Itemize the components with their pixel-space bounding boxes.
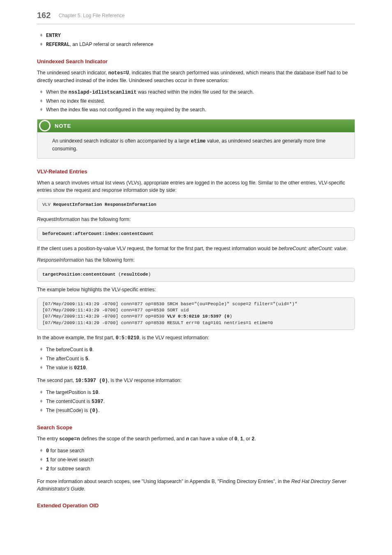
text: . — [98, 389, 99, 395]
chapter-title: Chapter 5. Log File Reference — [59, 13, 125, 18]
text: An unindexed search indicator is often a… — [52, 138, 191, 144]
list-item: When no index file existed. — [46, 97, 355, 105]
list-item: The (resultCode) is (0). — [46, 407, 355, 415]
text: , is the VLV request information: — [139, 335, 209, 341]
text: . — [84, 486, 85, 492]
text: . — [88, 356, 90, 362]
list-item: The beforeCount is 0. — [46, 346, 355, 354]
bold-term: beforeCount:afterCount:index:contentCoun… — [42, 231, 154, 236]
text: . — [86, 365, 87, 371]
list-item: 1 for one-level search — [46, 456, 355, 464]
bold-term: targetPosition:contentCount — [42, 272, 115, 277]
paragraph: RequestInformation has the following for… — [37, 216, 355, 223]
list-item: 2 for subtree search — [46, 465, 355, 473]
text: , or — [243, 436, 252, 442]
text: for one-level search — [49, 457, 94, 463]
paragraph: The entry scope=n defines the scope of t… — [37, 435, 355, 443]
bold-term: 10:5397 (0) — [75, 378, 108, 384]
section-heading: Unindexed Search Indicator — [37, 58, 355, 66]
bold-term: 1 — [240, 436, 243, 442]
bold-term: ENTRY — [46, 33, 61, 39]
bold-term: 10 — [92, 390, 98, 396]
text: ( — [115, 272, 121, 277]
text: The (resultCode) is — [46, 408, 89, 413]
paragraph: The second part, 10:5397 (0), is the VLV… — [37, 377, 355, 385]
bold-term: 5397 — [92, 399, 104, 405]
text: The contentCount is — [46, 398, 92, 404]
text: The entry — [37, 436, 59, 442]
bold-term: resultCode — [121, 272, 148, 277]
text: has the following form: — [80, 216, 131, 222]
text: In the above example, the first part, — [37, 335, 115, 341]
paragraph: If the client uses a position-by-value V… — [37, 245, 355, 252]
bold-term: RequestInformation ResponseInformation — [53, 202, 156, 207]
italic-term: beforeCount: afterCount: value — [279, 246, 346, 251]
entry-type-list: ENTRY REFERRAL, an LDAP referral or sear… — [37, 32, 355, 48]
text: The unindexed search indicator, — [37, 70, 108, 76]
text: for subtree search — [49, 466, 90, 472]
bold-term: etime — [191, 138, 206, 144]
bold-term: 0210 — [74, 365, 86, 371]
text: For more information about search scopes… — [37, 479, 291, 484]
page-header: 162 Chapter 5. Log File Reference — [37, 9, 355, 24]
bold-term: 0:5:0210 — [115, 335, 139, 341]
bold-term: REFERRAL — [46, 42, 70, 48]
italic-term: RequestInformation — [37, 216, 80, 222]
italic-bold-term: n — [186, 436, 189, 442]
request-info-list: The beforeCount is 0. The afterCount is … — [37, 346, 355, 372]
note-body: An unindexed search indicator is often a… — [37, 132, 355, 158]
paragraph: In the above example, the first part, 0:… — [37, 334, 355, 342]
list-item: The contentCount is 5397. — [46, 398, 355, 405]
bold-term: 0 — [89, 347, 92, 353]
code-block: beforeCount:afterCount:index:contentCoun… — [37, 227, 355, 241]
list-item: The targetPosition is 10. — [46, 389, 355, 396]
section-heading: Extended Operation OID — [37, 502, 355, 510]
text: When the — [46, 89, 69, 95]
text: The targetPosition is — [46, 389, 92, 395]
paragraph: The example below highlights the VLV-spe… — [37, 286, 355, 293]
code-block: targetPosition:contentCount (resultCode) — [37, 268, 355, 281]
text: The second part, — [37, 378, 75, 383]
text: has the following form: — [84, 257, 134, 263]
italic-term: ResponseInformation — [37, 257, 84, 263]
paragraph: ResponseInformation has the following fo… — [37, 256, 355, 264]
list-item: When the index file was not configured i… — [46, 106, 355, 113]
bold-term: 0 — [235, 436, 238, 442]
code-block: [07/May/2009:11:43:29 -0700] conn=877 op… — [37, 297, 355, 330]
text: ) — [148, 272, 151, 277]
list-item: ENTRY — [46, 32, 355, 39]
bold-term: nsslapd-idlistscanlimit — [69, 90, 137, 95]
response-info-list: The targetPosition is 10. The contentCou… — [37, 389, 355, 415]
text: . — [104, 398, 105, 404]
section-heading: Search Scope — [37, 424, 355, 432]
page: 162 Chapter 5. Log File Reference ENTRY … — [0, 0, 392, 529]
text: The value is — [46, 365, 74, 371]
scenario-list: When the nsslapd-idlistscanlimit was rea… — [37, 88, 355, 113]
text: . — [255, 436, 256, 442]
list-item: When the nsslapd-idlistscanlimit was rea… — [46, 88, 355, 96]
paragraph: When a search involves virtual list view… — [37, 179, 355, 194]
text: If the client uses a position-by-value V… — [37, 246, 279, 251]
list-item: The afterCount is 5. — [46, 355, 355, 363]
bold-term: 2 — [251, 436, 254, 442]
text: defines the scope of the search performe… — [80, 436, 186, 442]
bold-term: notes=U — [108, 70, 129, 76]
text: for base search — [49, 448, 84, 454]
bold-term: scope=n — [59, 436, 80, 442]
list-item: 0 for base search — [46, 447, 355, 455]
text: . — [98, 408, 99, 413]
text: , is the VLV response information: — [108, 378, 182, 383]
text: was reached within the index file used f… — [136, 89, 254, 95]
note-header: NOTE — [37, 120, 355, 133]
note-box: NOTE An unindexed search indicator is of… — [37, 119, 355, 159]
text: , an LDAP referral or search reference — [70, 41, 153, 47]
code-block: VLV RequestInformation ResponseInformati… — [37, 198, 355, 212]
note-label: NOTE — [55, 120, 74, 133]
scope-list: 0 for base search 1 for one-level search… — [37, 447, 355, 473]
section-heading: VLV-Related Entries — [37, 168, 355, 176]
page-number: 162 — [37, 11, 51, 20]
bold-term: 5 — [85, 356, 88, 362]
text: The afterCount is — [46, 356, 85, 362]
text: . — [92, 347, 94, 352]
paragraph: For more information about search scopes… — [37, 478, 355, 493]
